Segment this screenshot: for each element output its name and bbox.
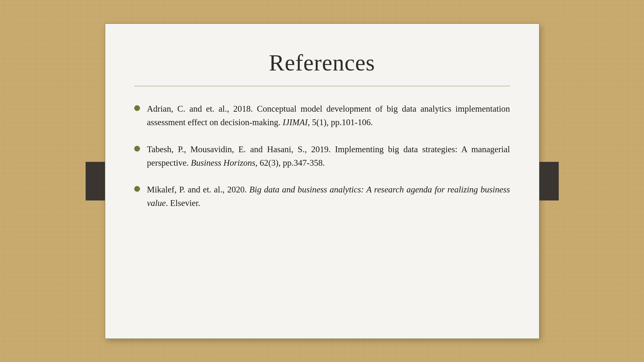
bullet-icon [134,186,140,192]
bullet-icon [134,146,140,152]
slide: References Adrian, C. and et. al., 2018.… [105,23,539,339]
bullet-icon [134,105,140,111]
reference-text: Adrian, C. and et. al., 2018. Conceptual… [147,102,510,129]
reference-text: Mikalef, P. and et. al., 2020. Big data … [147,183,510,210]
reference-text: Tabesh, P., Mousavidin, E. and Hasani, S… [147,143,510,170]
divider [134,86,510,87]
slide-title: References [134,50,510,76]
references-list: Adrian, C. and et. al., 2018. Conceptual… [134,102,510,319]
slide-wrapper: References Adrian, C. and et. al., 2018.… [105,23,539,339]
list-item: Mikalef, P. and et. al., 2020. Big data … [134,183,510,210]
nav-tab-right[interactable] [539,162,559,200]
list-item: Tabesh, P., Mousavidin, E. and Hasani, S… [134,143,510,170]
list-item: Adrian, C. and et. al., 2018. Conceptual… [134,102,510,129]
nav-tab-left[interactable] [86,162,105,200]
